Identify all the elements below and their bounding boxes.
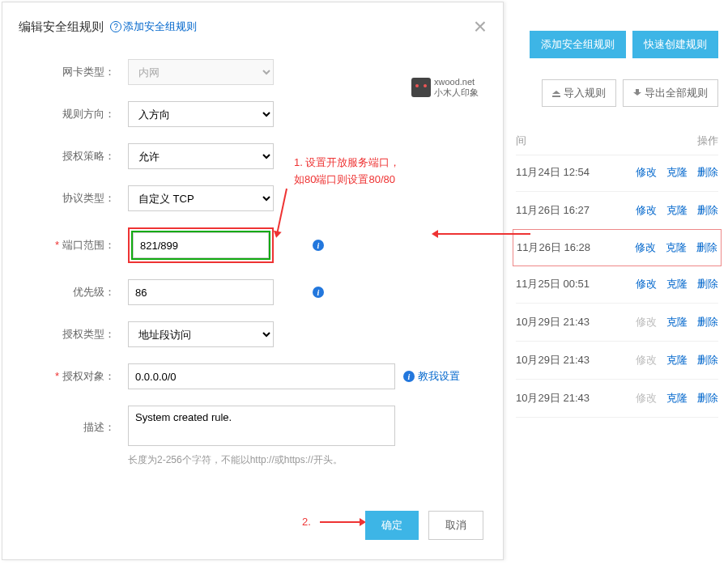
direction-label: 规则方向： <box>19 107 128 121</box>
nic-select[interactable]: 内网 <box>128 59 274 85</box>
clone-link[interactable]: 克隆 <box>666 391 688 406</box>
info-icon[interactable]: i <box>313 240 324 251</box>
auth-type-label: 授权类型： <box>19 327 128 342</box>
edit-link[interactable]: 修改 <box>636 203 657 218</box>
policy-label: 授权策略： <box>19 149 128 164</box>
clone-link[interactable]: 克隆 <box>666 277 688 291</box>
delete-link[interactable]: 删除 <box>697 315 718 329</box>
edit-link[interactable]: 修改 <box>636 277 657 291</box>
confirm-button[interactable]: 确定 <box>365 511 419 540</box>
export-rules-button[interactable]: 导出全部规则 <box>623 79 718 107</box>
description-textarea[interactable]: System created rule. <box>128 406 395 446</box>
modal-title: 编辑安全组规则 <box>19 19 104 35</box>
clone-link[interactable]: 克隆 <box>666 240 687 255</box>
row-time: 10月29日 21:43 <box>516 353 636 367</box>
clone-link[interactable]: 克隆 <box>666 315 688 329</box>
row-time: 10月29日 21:43 <box>516 391 636 406</box>
help-icon: ? <box>110 21 121 32</box>
auth-object-label: *授权对象： <box>19 369 128 384</box>
table-row: 11月26日 16:28修改克隆删除 <box>513 229 722 266</box>
clone-link[interactable]: 克隆 <box>666 203 688 218</box>
row-time: 11月24日 12:54 <box>516 165 636 180</box>
import-rules-button[interactable]: 导入规则 <box>542 79 616 107</box>
annotation-arrow-2 <box>320 521 364 523</box>
close-icon[interactable]: × <box>474 15 487 38</box>
add-rule-button[interactable]: 添加安全组规则 <box>530 31 626 58</box>
protocol-label: 协议类型： <box>19 191 128 206</box>
annotation-2: 2. <box>302 516 311 528</box>
port-range-input[interactable] <box>133 232 269 258</box>
table-row: 11月25日 00:51修改克隆删除 <box>516 266 718 304</box>
edit-link[interactable]: 修改 <box>635 240 656 255</box>
row-time: 10月29日 21:43 <box>516 315 636 329</box>
annotation-1: 1. 设置开放服务端口，如80端口则设置80/80 <box>294 155 440 189</box>
auth-type-select[interactable]: 地址段访问 <box>128 321 274 347</box>
delete-link[interactable]: 删除 <box>697 391 718 406</box>
cancel-button[interactable]: 取消 <box>428 511 483 540</box>
teach-me-link[interactable]: i教我设置 <box>403 369 460 384</box>
download-icon <box>633 89 641 97</box>
edit-link[interactable]: 修改 <box>636 353 657 367</box>
edit-link[interactable]: 修改 <box>636 165 657 180</box>
edit-link[interactable]: 修改 <box>636 315 657 329</box>
delete-link[interactable]: 删除 <box>696 240 717 255</box>
priority-label: 优先级： <box>19 285 128 299</box>
description-label: 描述： <box>19 420 128 435</box>
help-link[interactable]: ?添加安全组规则 <box>110 19 197 34</box>
auth-object-input[interactable] <box>128 363 395 389</box>
edit-link[interactable]: 修改 <box>636 391 657 406</box>
background-page: 回 添加安全组规则 快速创建规则 导入规则 导出全部规则 间 操作 11月24日… <box>509 0 728 565</box>
quick-create-button[interactable]: 快速创建规则 <box>632 31 718 58</box>
table-row: 11月26日 16:27修改克隆删除 <box>516 192 718 230</box>
row-time: 11月26日 16:28 <box>517 240 635 255</box>
table-row: 11月24日 12:54修改克隆删除 <box>516 154 718 192</box>
edit-rule-modal: 编辑安全组规则 ?添加安全组规则 × xwood.net小木人印象 网卡类型： … <box>2 2 504 560</box>
row-time: 11月25日 00:51 <box>516 277 636 291</box>
description-hint: 长度为2-256个字符，不能以http://或https://开头。 <box>128 453 487 467</box>
delete-link[interactable]: 删除 <box>697 353 718 367</box>
table-header: 间 操作 <box>516 134 718 155</box>
row-time: 11月26日 16:27 <box>516 203 636 218</box>
nic-label: 网卡类型： <box>19 65 128 79</box>
priority-input[interactable] <box>128 279 274 305</box>
info-icon[interactable]: i <box>313 287 324 298</box>
delete-link[interactable]: 删除 <box>697 277 718 291</box>
clone-link[interactable]: 克隆 <box>666 353 688 367</box>
clone-link[interactable]: 克隆 <box>666 165 688 180</box>
info-icon: i <box>403 371 415 382</box>
delete-link[interactable]: 删除 <box>697 203 718 218</box>
table-row: 10月29日 21:43修改克隆删除 <box>516 342 718 380</box>
port-label: *端口范围： <box>19 238 128 253</box>
table-row: 10月29日 21:43修改克隆删除 <box>516 380 718 418</box>
direction-select[interactable]: 入方向 <box>128 101 274 127</box>
annotation-arrow-row <box>433 233 530 235</box>
policy-select[interactable]: 允许 <box>128 143 274 169</box>
protocol-select[interactable]: 自定义 TCP <box>128 185 274 211</box>
upload-icon <box>552 89 560 97</box>
delete-link[interactable]: 删除 <box>697 165 718 180</box>
table-row: 10月29日 21:43修改克隆删除 <box>516 304 718 342</box>
